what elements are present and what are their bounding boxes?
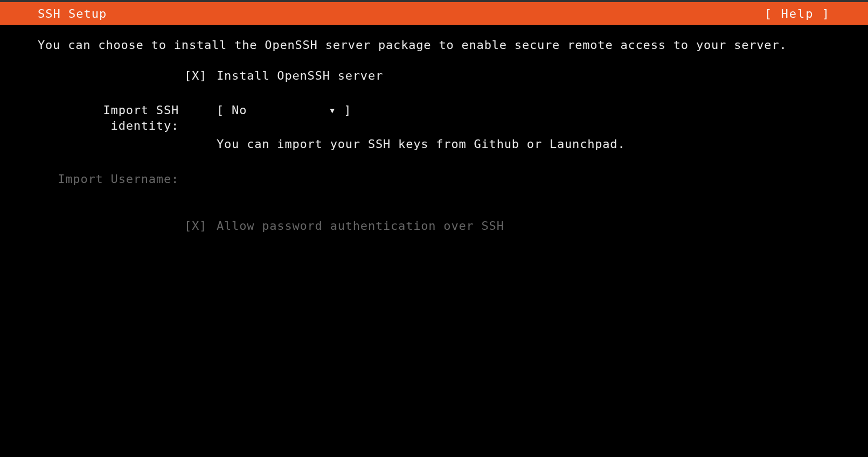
import-identity-help-text: You can import your SSH keys from Github… [217,137,830,152]
import-username-row: Import Username: [38,172,830,187]
install-openssh-checkbox[interactable]: [X] [184,68,217,84]
import-identity-label: Import SSH identity: [38,103,184,133]
main-content: You can choose to install the OpenSSH se… [0,25,868,250]
install-openssh-label: Install OpenSSH server [217,68,830,84]
allow-password-row: [X] Allow password authentication over S… [38,219,830,234]
page-title: SSH Setup [38,7,107,20]
import-username-label: Import Username: [38,172,184,187]
allow-password-checkbox: [X] [184,219,217,234]
help-button[interactable]: [ Help ] [765,7,830,20]
allow-password-label: Allow password authentication over SSH [217,219,830,234]
header-bar: SSH Setup [ Help ] [0,2,868,25]
chevron-down-icon: ▾ [329,103,336,117]
import-identity-dropdown[interactable]: [ No▾ ] [217,103,351,117]
import-identity-help-row: You can import your SSH keys from Github… [38,137,830,152]
intro-text: You can choose to install the OpenSSH se… [38,38,830,53]
install-openssh-row: [X] Install OpenSSH server [38,68,830,84]
import-identity-row: Import SSH identity: [ No▾ ] [38,103,830,133]
